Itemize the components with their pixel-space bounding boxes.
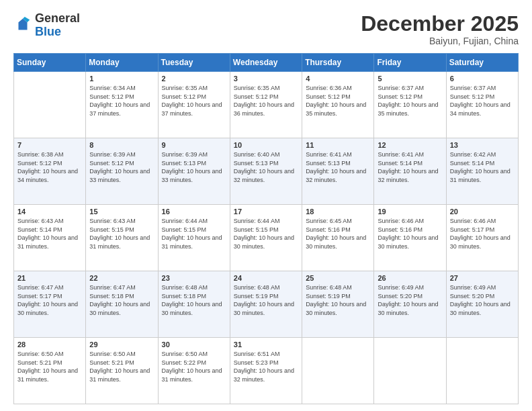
table-row: 9Sunrise: 6:39 AMSunset: 5:13 PMDaylight… [158, 138, 230, 205]
table-row: 1Sunrise: 6:34 AMSunset: 5:12 PMDaylight… [86, 72, 158, 138]
day-info: Sunrise: 6:49 AMSunset: 5:20 PMDaylight:… [378, 283, 442, 317]
day-number: 14 [17, 208, 82, 216]
table-row [446, 338, 518, 404]
calendar-header-row: Sunday Monday Tuesday Wednesday Thursday… [14, 54, 519, 72]
day-info: Sunrise: 6:46 AMSunset: 5:16 PMDaylight:… [378, 217, 442, 250]
day-number: 26 [378, 274, 442, 282]
calendar-row: 1Sunrise: 6:34 AMSunset: 5:12 PMDaylight… [14, 72, 519, 138]
day-number: 4 [306, 75, 370, 83]
day-info: Sunrise: 6:47 AMSunset: 5:17 PMDaylight:… [17, 283, 82, 317]
day-number: 3 [234, 75, 298, 83]
day-info: Sunrise: 6:35 AMSunset: 5:12 PMDaylight:… [234, 84, 298, 118]
day-number: 1 [89, 75, 154, 83]
day-info: Sunrise: 6:41 AMSunset: 5:13 PMDaylight:… [306, 150, 370, 184]
day-info: Sunrise: 6:47 AMSunset: 5:18 PMDaylight:… [89, 283, 154, 317]
day-number: 13 [450, 141, 515, 149]
day-info: Sunrise: 6:35 AMSunset: 5:12 PMDaylight:… [162, 84, 226, 118]
col-tuesday: Tuesday [158, 54, 230, 72]
day-number: 22 [89, 274, 154, 282]
table-row: 11Sunrise: 6:41 AMSunset: 5:13 PMDayligh… [302, 138, 374, 205]
day-info: Sunrise: 6:43 AMSunset: 5:15 PMDaylight:… [89, 217, 154, 250]
day-info: Sunrise: 6:50 AMSunset: 5:22 PMDaylight:… [162, 350, 226, 383]
day-number: 24 [234, 274, 298, 282]
table-row: 8Sunrise: 6:39 AMSunset: 5:12 PMDaylight… [86, 138, 158, 205]
logo-text: General Blue [35, 12, 80, 39]
logo-general: General [35, 12, 80, 26]
calendar-row: 21Sunrise: 6:47 AMSunset: 5:17 PMDayligh… [14, 271, 519, 338]
logo-icon [13, 16, 32, 35]
day-number: 20 [450, 208, 515, 216]
logo: General Blue [13, 12, 80, 39]
month-title: December 2025 [361, 12, 519, 36]
day-number: 25 [306, 274, 370, 282]
day-info: Sunrise: 6:48 AMSunset: 5:19 PMDaylight:… [306, 283, 370, 317]
day-number: 18 [306, 208, 370, 216]
table-row: 16Sunrise: 6:44 AMSunset: 5:15 PMDayligh… [158, 205, 230, 271]
day-info: Sunrise: 6:48 AMSunset: 5:18 PMDaylight:… [162, 283, 226, 317]
day-number: 6 [450, 75, 515, 83]
day-info: Sunrise: 6:39 AMSunset: 5:13 PMDaylight:… [162, 150, 226, 184]
day-number: 31 [234, 340, 298, 349]
day-info: Sunrise: 6:50 AMSunset: 5:21 PMDaylight:… [89, 350, 154, 383]
day-number: 8 [89, 141, 154, 149]
table-row [302, 338, 374, 404]
table-row: 31Sunrise: 6:51 AMSunset: 5:23 PMDayligh… [230, 338, 302, 404]
table-row: 2Sunrise: 6:35 AMSunset: 5:12 PMDaylight… [158, 72, 230, 138]
calendar-row: 7Sunrise: 6:38 AMSunset: 5:12 PMDaylight… [14, 138, 519, 205]
table-row: 28Sunrise: 6:50 AMSunset: 5:21 PMDayligh… [14, 338, 86, 404]
col-saturday: Saturday [446, 54, 518, 72]
table-row: 15Sunrise: 6:43 AMSunset: 5:15 PMDayligh… [86, 205, 158, 271]
table-row: 7Sunrise: 6:38 AMSunset: 5:12 PMDaylight… [14, 138, 86, 205]
table-row: 17Sunrise: 6:44 AMSunset: 5:15 PMDayligh… [230, 205, 302, 271]
table-row: 19Sunrise: 6:46 AMSunset: 5:16 PMDayligh… [374, 205, 446, 271]
day-info: Sunrise: 6:40 AMSunset: 5:13 PMDaylight:… [234, 150, 298, 184]
logo-blue: Blue [35, 26, 80, 39]
day-number: 16 [162, 208, 226, 216]
col-sunday: Sunday [14, 54, 86, 72]
day-info: Sunrise: 6:43 AMSunset: 5:14 PMDaylight:… [17, 217, 82, 250]
day-info: Sunrise: 6:41 AMSunset: 5:14 PMDaylight:… [378, 150, 442, 184]
day-number: 23 [162, 274, 226, 282]
day-number: 29 [89, 340, 154, 349]
day-info: Sunrise: 6:37 AMSunset: 5:12 PMDaylight:… [450, 84, 515, 118]
table-row: 29Sunrise: 6:50 AMSunset: 5:21 PMDayligh… [86, 338, 158, 404]
table-row: 24Sunrise: 6:48 AMSunset: 5:19 PMDayligh… [230, 271, 302, 338]
col-wednesday: Wednesday [230, 54, 302, 72]
day-number: 17 [234, 208, 298, 216]
table-row: 12Sunrise: 6:41 AMSunset: 5:14 PMDayligh… [374, 138, 446, 205]
calendar-row: 28Sunrise: 6:50 AMSunset: 5:21 PMDayligh… [14, 338, 519, 404]
col-thursday: Thursday [302, 54, 374, 72]
day-number: 28 [17, 340, 82, 349]
table-row: 30Sunrise: 6:50 AMSunset: 5:22 PMDayligh… [158, 338, 230, 404]
table-row: 13Sunrise: 6:42 AMSunset: 5:14 PMDayligh… [446, 138, 518, 205]
table-row: 5Sunrise: 6:37 AMSunset: 5:12 PMDaylight… [374, 72, 446, 138]
calendar-row: 14Sunrise: 6:43 AMSunset: 5:14 PMDayligh… [14, 205, 519, 271]
day-number: 5 [378, 75, 442, 83]
day-number: 10 [234, 141, 298, 149]
day-info: Sunrise: 6:46 AMSunset: 5:17 PMDaylight:… [450, 217, 515, 250]
day-info: Sunrise: 6:51 AMSunset: 5:23 PMDaylight:… [234, 350, 298, 383]
day-info: Sunrise: 6:48 AMSunset: 5:19 PMDaylight:… [234, 283, 298, 317]
day-number: 7 [17, 141, 82, 149]
day-info: Sunrise: 6:37 AMSunset: 5:12 PMDaylight:… [378, 84, 442, 118]
col-friday: Friday [374, 54, 446, 72]
table-row: 26Sunrise: 6:49 AMSunset: 5:20 PMDayligh… [374, 271, 446, 338]
table-row: 25Sunrise: 6:48 AMSunset: 5:19 PMDayligh… [302, 271, 374, 338]
day-info: Sunrise: 6:49 AMSunset: 5:20 PMDaylight:… [450, 283, 515, 317]
day-number: 30 [162, 340, 226, 349]
title-block: December 2025 Baiyun, Fujian, China [361, 12, 519, 46]
day-info: Sunrise: 6:45 AMSunset: 5:16 PMDaylight:… [306, 217, 370, 250]
table-row: 10Sunrise: 6:40 AMSunset: 5:13 PMDayligh… [230, 138, 302, 205]
day-info: Sunrise: 6:50 AMSunset: 5:21 PMDaylight:… [17, 350, 82, 383]
day-number: 27 [450, 274, 515, 282]
table-row: 18Sunrise: 6:45 AMSunset: 5:16 PMDayligh… [302, 205, 374, 271]
header: General Blue December 2025 Baiyun, Fujia… [13, 12, 519, 46]
day-info: Sunrise: 6:38 AMSunset: 5:12 PMDaylight:… [17, 150, 82, 184]
day-number: 15 [89, 208, 154, 216]
calendar-table: Sunday Monday Tuesday Wednesday Thursday… [13, 53, 519, 404]
table-row: 6Sunrise: 6:37 AMSunset: 5:12 PMDaylight… [446, 72, 518, 138]
table-row: 4Sunrise: 6:36 AMSunset: 5:12 PMDaylight… [302, 72, 374, 138]
day-number: 21 [17, 274, 82, 282]
table-row: 21Sunrise: 6:47 AMSunset: 5:17 PMDayligh… [14, 271, 86, 338]
day-info: Sunrise: 6:42 AMSunset: 5:14 PMDaylight:… [450, 150, 515, 184]
